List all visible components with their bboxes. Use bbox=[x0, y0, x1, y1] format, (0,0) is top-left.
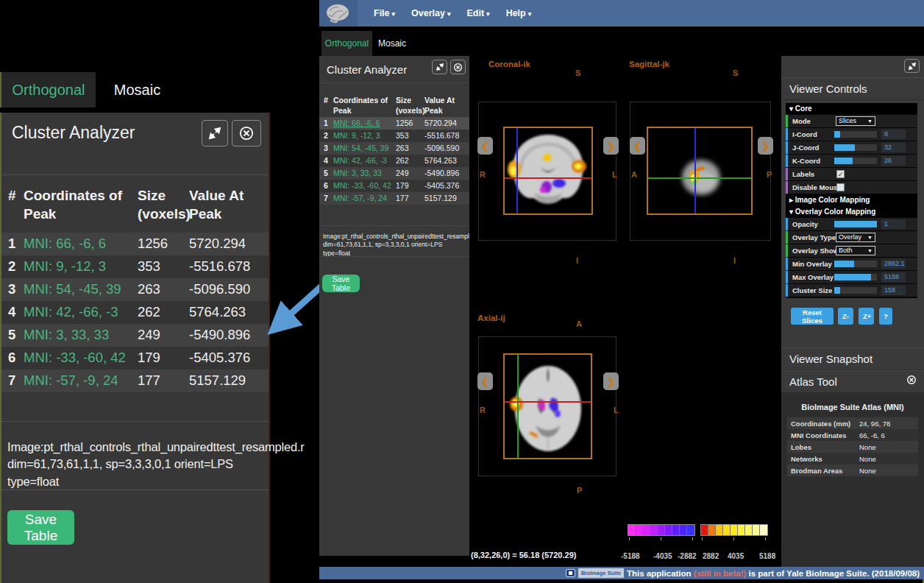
atlas-tool-header[interactable]: Atlas Tool bbox=[781, 370, 924, 393]
orientation-s: S bbox=[575, 68, 580, 77]
atlas-row-mni-coordinates: MNI Coordinates66, -6, 6 bbox=[787, 429, 918, 441]
cluster-row-3[interactable]: 3MNI: 54, -45, 39263-5096.590 bbox=[319, 142, 469, 155]
mni-link[interactable]: MNI: 9, -12, 3 bbox=[333, 131, 380, 140]
brain-icon bbox=[324, 2, 353, 24]
opacity-slider[interactable] bbox=[834, 221, 877, 227]
cluster-row-4[interactable]: 4MNI: 42, -66, -32625764.263 bbox=[319, 155, 469, 167]
mni-link[interactable]: MNI: 54, -45, 39 bbox=[24, 281, 121, 297]
menu-overlay[interactable]: Overlay▾ bbox=[411, 8, 450, 18]
overlay-type-select[interactable]: Overlay▼ bbox=[836, 233, 875, 242]
k-coord-value[interactable]: 26 bbox=[881, 156, 906, 166]
axial-slice-canvas[interactable] bbox=[503, 353, 592, 459]
tab-mosaic[interactable]: Mosaic bbox=[372, 31, 412, 56]
overlay-show-select[interactable]: Both▼ bbox=[836, 246, 875, 255]
cluster-row-7[interactable]: 7 MNI: -57, -9, 24 177 5157.129 bbox=[1, 370, 269, 392]
z-minus-button[interactable]: Z- bbox=[838, 308, 853, 325]
collapse-sidebar-button[interactable] bbox=[904, 59, 920, 73]
viewer-controls-header[interactable]: Viewer Controls bbox=[781, 77, 924, 100]
close-panel-button[interactable] bbox=[450, 60, 466, 74]
orientation-r: R bbox=[480, 406, 486, 414]
orientation-p: P bbox=[767, 170, 772, 179]
j-coord-slider[interactable] bbox=[834, 144, 877, 151]
mni-link[interactable]: MNI: -33, -60, 42 bbox=[24, 350, 126, 366]
viewer-snapshot-header[interactable]: Viewer Snapshot bbox=[781, 347, 924, 370]
sagittal-brain-slice bbox=[648, 128, 751, 213]
axial-view-label: Axial-ij bbox=[477, 314, 505, 322]
collapse-panel-button[interactable] bbox=[432, 60, 447, 74]
cluster-row-6[interactable]: 6 MNI: -33, -60, 42 179 -5405.376 bbox=[1, 347, 269, 370]
cluster-row-7[interactable]: 7MNI: -57, -9, 241775157.129 bbox=[319, 192, 469, 205]
menu-help[interactable]: Help▾ bbox=[506, 8, 532, 18]
sagittal-next-slice-button[interactable]: ❯ bbox=[758, 137, 773, 155]
cluster-row-2[interactable]: 2MNI: 9, -12, 3353-5516.678 bbox=[319, 130, 469, 142]
coronal-slice-canvas[interactable] bbox=[503, 127, 593, 215]
brain-logo[interactable] bbox=[319, 0, 358, 26]
cluster-row-6[interactable]: 6MNI: -33, -60, 42179-5405.376 bbox=[319, 180, 469, 192]
menu-edit[interactable]: Edit▾ bbox=[466, 8, 489, 18]
tab-mosaic-large[interactable]: Mosaic bbox=[96, 72, 179, 107]
help-button[interactable]: ? bbox=[879, 308, 892, 325]
axial-prev-slice-button[interactable]: ❮ bbox=[477, 372, 493, 390]
max-overlay-value[interactable]: 5188 bbox=[881, 272, 906, 282]
save-table-button-large[interactable]: Save Table bbox=[7, 510, 74, 545]
reset-slices-button[interactable]: Reset Slices bbox=[791, 308, 834, 325]
disable-mouse-checkbox[interactable] bbox=[836, 183, 845, 191]
coronal-view-label: Coronal-ik bbox=[488, 60, 530, 68]
overlay-color-mapping-header[interactable]: ▾ Overlay Color Mapping bbox=[786, 206, 917, 217]
tab-orthogonal[interactable]: Orthogonal bbox=[321, 31, 372, 56]
status-footer: BioImage Suite This application (still i… bbox=[319, 567, 924, 579]
coronal-next-slice-button[interactable]: ❯ bbox=[603, 137, 619, 155]
i-coord-value[interactable]: 8 bbox=[881, 130, 906, 139]
axial-brain-slice bbox=[505, 355, 591, 458]
orientation-p: P bbox=[577, 486, 582, 495]
mni-link[interactable]: MNI: 42, -66, -3 bbox=[333, 156, 387, 165]
min-overlay-slider[interactable] bbox=[834, 261, 877, 267]
cluster-row-1[interactable]: 1MNI: 66, -6, 612565720.294 bbox=[319, 117, 469, 130]
cluster-row-5[interactable]: 5 MNI: 3, 33, 33 249 -5490.896 bbox=[1, 324, 269, 347]
cluster-size-slider[interactable] bbox=[834, 287, 877, 294]
j-coord-value[interactable]: 32 bbox=[881, 143, 906, 152]
opacity-value[interactable]: 1 bbox=[881, 219, 906, 229]
cluster-size-value[interactable]: 158 bbox=[881, 286, 906, 295]
mni-link[interactable]: MNI: -57, -9, 24 bbox=[333, 194, 387, 202]
collapse-panel-button[interactable] bbox=[202, 120, 228, 146]
panel-title: Cluster Analyzer bbox=[12, 123, 135, 143]
cluster-row-4[interactable]: 4 MNI: 42, -66, -3 262 5764.263 bbox=[1, 301, 269, 324]
cluster-row-5[interactable]: 5MNI: 3, 33, 33249-5490.896 bbox=[319, 167, 469, 180]
i-coord-slider[interactable] bbox=[834, 131, 877, 138]
beta-warning: (still in beta!) bbox=[694, 569, 747, 578]
mni-link[interactable]: MNI: 54, -45, 39 bbox=[333, 144, 388, 152]
mni-link[interactable]: MNI: 3, 33, 33 bbox=[333, 169, 382, 177]
k-coord-slider[interactable] bbox=[834, 158, 877, 164]
atlas-close-icon[interactable] bbox=[906, 375, 917, 385]
cluster-row-3[interactable]: 3 MNI: 54, -45, 39 263 -5096.590 bbox=[1, 278, 269, 301]
axial-next-slice-button[interactable]: ❯ bbox=[603, 372, 619, 390]
min-overlay-value[interactable]: 2882.1 bbox=[881, 259, 906, 269]
viewer-controls-panel: ▾ Core Mode Slices▼ I-Coord 8 J-Coord 3 bbox=[786, 103, 917, 298]
labels-checkbox[interactable]: ✓ bbox=[836, 170, 845, 178]
save-table-button[interactable]: Save Table bbox=[322, 275, 360, 292]
z-plus-button[interactable]: Z+ bbox=[859, 308, 874, 325]
menu-file[interactable]: File▾ bbox=[374, 8, 395, 18]
cluster-row-1[interactable]: 1 MNI: 66, -6, 6 1256 5720.294 bbox=[1, 233, 269, 255]
mni-link[interactable]: MNI: -33, -60, 42 bbox=[333, 181, 391, 190]
image-info-text: Image:pt_rthal_controls_rthal_unpairedtt… bbox=[323, 233, 467, 258]
mode-select[interactable]: Slices▼ bbox=[836, 116, 875, 126]
coronal-prev-slice-button[interactable]: ❮ bbox=[477, 137, 493, 155]
mni-link[interactable]: MNI: 3, 33, 33 bbox=[24, 327, 109, 343]
bioimagesuite-logo[interactable]: BioImage Suite bbox=[578, 568, 624, 578]
cluster-row-2[interactable]: 2 MNI: 9, -12, 3 353 -5516.678 bbox=[1, 255, 269, 278]
sagittal-prev-slice-button[interactable]: ❮ bbox=[630, 137, 645, 155]
tab-orthogonal-large[interactable]: Orthogonal bbox=[0, 72, 96, 107]
mni-link[interactable]: MNI: 66, -6, 6 bbox=[24, 236, 106, 252]
close-panel-button[interactable] bbox=[232, 120, 261, 146]
image-color-mapping-header[interactable]: ▸ Image Color Mapping bbox=[786, 194, 917, 205]
mni-link[interactable]: MNI: 66, -6, 6 bbox=[333, 119, 380, 127]
mni-link[interactable]: MNI: 42, -66, -3 bbox=[24, 304, 118, 320]
mni-link[interactable]: MNI: -57, -9, 24 bbox=[24, 372, 118, 389]
core-section-header[interactable]: ▾ Core bbox=[786, 103, 917, 114]
atlas-row-networks: NetworksNone bbox=[787, 453, 918, 464]
sagittal-slice-canvas[interactable] bbox=[647, 127, 753, 215]
max-overlay-slider[interactable] bbox=[834, 274, 877, 280]
mni-link[interactable]: MNI: 9, -12, 3 bbox=[24, 258, 106, 275]
